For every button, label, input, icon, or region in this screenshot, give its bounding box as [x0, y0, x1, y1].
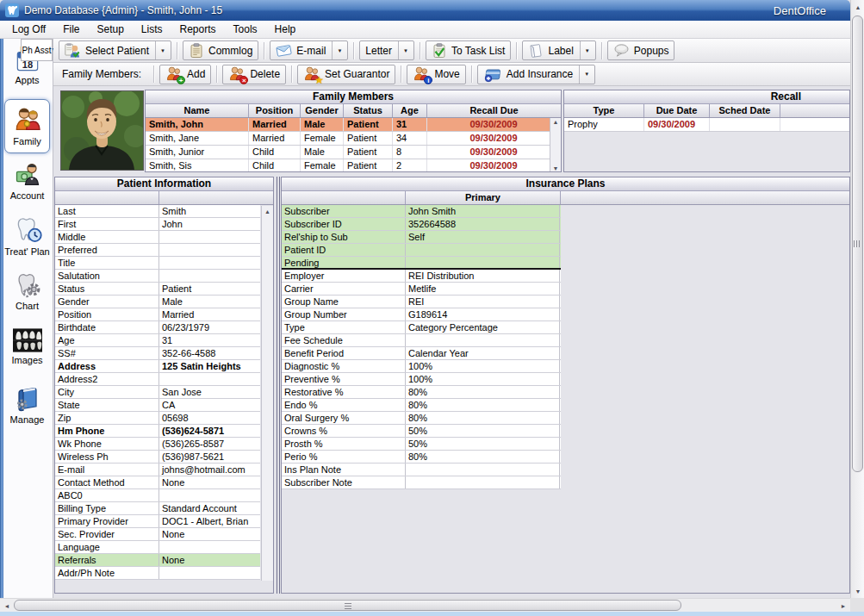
insurance-row[interactable]: Carrier Metlife	[282, 283, 561, 296]
patient-info-row[interactable]: Address 125 Satin Heights	[55, 360, 260, 373]
insurance-row[interactable]: Benefit Period Calendar Year	[282, 347, 561, 360]
family-member-row[interactable]: Smith, Sis Child Female Patient 2 09/30/…	[146, 159, 561, 172]
family-member-row[interactable]: Smith, Jane Married Female Patient 34 09…	[146, 132, 561, 146]
delete-family-member-button[interactable]: × Delete	[222, 65, 286, 84]
patient-info-row[interactable]: Hm Phone (536)624-5871	[55, 425, 260, 438]
family-member-row[interactable]: Smith, John Married Male Patient 31 09/3…	[146, 118, 561, 132]
insurance-row[interactable]: Prosth % 50%	[282, 438, 561, 451]
insurance-row[interactable]: Pending	[282, 257, 561, 270]
menu-item[interactable]: Reports	[171, 22, 225, 37]
operatory-button[interactable]: Ph Asst	[21, 39, 53, 61]
patient-info-row[interactable]: Middle	[55, 231, 260, 244]
insurance-row[interactable]: Patient ID	[282, 244, 561, 257]
scroll-up-icon[interactable]: ▲	[264, 208, 270, 216]
menu-item[interactable]: Setup	[88, 22, 132, 37]
insurance-row[interactable]: Diagnostic % 100%	[282, 360, 561, 373]
patient-info-row[interactable]: Age 31	[55, 334, 260, 347]
patient-info-row[interactable]: Status Patient	[55, 283, 260, 296]
patient-info-row[interactable]: City San Jose	[55, 386, 260, 399]
patient-info-row[interactable]: Salutation	[55, 270, 260, 283]
patient-info-row[interactable]: Referrals None	[55, 554, 260, 567]
patient-info-row[interactable]: Zip 05698	[55, 412, 260, 425]
set-guarantor-button[interactable]: ★ Set Guarantor	[297, 65, 395, 84]
commlog-button[interactable]: Commlog	[183, 40, 258, 60]
insurance-row[interactable]: Employer REI Distribution	[282, 270, 561, 283]
patient-info-row[interactable]: Birthdate 06/23/1979	[55, 321, 260, 334]
patient-info-row[interactable]: State CA	[55, 399, 260, 412]
label-dropdown[interactable]: ▼	[580, 41, 590, 59]
patient-info-row[interactable]: Billing Type Standard Account	[55, 502, 260, 515]
insurance-row[interactable]: Group Name REI	[282, 296, 561, 308]
move-family-member-button[interactable]: i Move	[407, 65, 465, 84]
letter-dropdown[interactable]: ▼	[398, 41, 408, 59]
insurance-row[interactable]: Group Number G189614	[282, 308, 561, 321]
insurance-row[interactable]: Subscriber John Smith	[282, 205, 561, 218]
patient-info-row[interactable]: Contact Method None	[55, 476, 260, 489]
select-patient-button[interactable]: Select Patient ▼	[59, 40, 171, 60]
patient-info-row[interactable]: Primary Provider DOC1 - Albert, Brian	[55, 515, 260, 528]
recall-row[interactable]: Prophy 09/30/2009	[564, 118, 849, 132]
email-dropdown[interactable]: ▼	[332, 41, 342, 59]
patient-info-row[interactable]: Wireless Ph (536)987-5621	[55, 451, 260, 464]
menu-item[interactable]: Tools	[225, 22, 266, 37]
scroll-down-button[interactable]: ▼	[851, 584, 864, 598]
insurance-row[interactable]: Subscriber Note	[282, 476, 561, 489]
menu-item[interactable]: File	[54, 22, 88, 37]
patient-info-row[interactable]: Title	[55, 257, 260, 270]
patient-info-row[interactable]: Last Smith	[55, 205, 260, 218]
patient-info-row[interactable]: Position Married	[55, 308, 260, 321]
add-family-member-button[interactable]: + Add	[159, 65, 211, 84]
horizontal-scrollbar[interactable]: ◄ ►	[0, 598, 850, 612]
scroll-up-button[interactable]: ▲	[851, 0, 864, 14]
patient-info-row[interactable]: Gender Male	[55, 296, 260, 308]
family-grid-scrollbar[interactable]: ▲ ▼	[550, 118, 561, 172]
insurance-row[interactable]: Crowns % 50%	[282, 425, 561, 438]
patient-info-row[interactable]: Preferred	[55, 244, 260, 257]
patient-info-row[interactable]: Address2	[55, 373, 260, 386]
vertical-scrollbar[interactable]: ▲ ▼	[850, 0, 864, 598]
insurance-row[interactable]: Preventive % 100%	[282, 373, 561, 386]
email-button[interactable]: E-mail ▼	[270, 40, 348, 60]
scroll-left-button[interactable]: ◄	[0, 599, 14, 613]
insurance-row[interactable]: Oral Surgery % 80%	[282, 412, 561, 425]
add-insurance-dropdown[interactable]: ▼	[579, 65, 589, 84]
sidebar-item-images[interactable]: Images	[4, 326, 50, 368]
sidebar-item-treat-plan[interactable]: Treat' Plan	[4, 214, 50, 259]
insurance-row[interactable]: Subscriber ID 352664588	[282, 218, 561, 231]
insurance-row[interactable]: Restorative % 80%	[282, 386, 561, 399]
panel-splitter[interactable]	[277, 177, 280, 594]
menu-item[interactable]: Lists	[133, 22, 171, 37]
insurance-row[interactable]: Endo % 80%	[282, 399, 561, 412]
patient-info-row[interactable]: First John	[55, 218, 260, 231]
select-patient-dropdown[interactable]: ▼	[155, 41, 165, 59]
insurance-row[interactable]: Type Category Percentage	[282, 321, 561, 334]
sidebar-item-manage[interactable]: Manage	[4, 383, 50, 427]
menu-item[interactable]: Help	[266, 22, 305, 37]
sidebar-item-chart[interactable]: Chart	[4, 270, 50, 314]
insurance-row[interactable]: Rel'ship to Sub Self	[282, 231, 561, 244]
patient-info-row[interactable]: SS# 352-66-4588	[55, 347, 260, 360]
horizontal-scroll-thumb[interactable]	[14, 600, 681, 611]
scroll-up-icon[interactable]: ▲	[553, 118, 559, 127]
patient-info-row[interactable]: Wk Phone (536)265-8587	[55, 438, 260, 451]
insurance-row[interactable]: Perio % 80%	[282, 451, 561, 464]
letter-button[interactable]: Letter ▼	[359, 40, 414, 60]
family-member-row[interactable]: Smith, Junior Child Male Patient 8 09/30…	[146, 146, 561, 159]
popups-button[interactable]: Popups	[607, 40, 675, 60]
patient-info-row[interactable]: Sec. Provider None	[55, 528, 260, 541]
patient-info-row[interactable]: E-mail johns@hotmail.com	[55, 464, 260, 476]
sidebar-item-account[interactable]: Account	[4, 159, 50, 203]
patient-info-row[interactable]: ABC0	[55, 489, 260, 502]
scroll-down-icon[interactable]: ▼	[553, 165, 559, 172]
add-insurance-button[interactable]: Add Insurance ▼	[477, 65, 595, 84]
vertical-scroll-thumb[interactable]	[852, 16, 863, 472]
patient-info-scrollbar[interactable]: ▲	[261, 206, 273, 581]
insurance-row[interactable]: Ins Plan Note	[282, 464, 561, 476]
patient-info-row[interactable]: Addr/Ph Note	[55, 567, 260, 580]
sidebar-item-family[interactable]: Family	[4, 99, 50, 153]
label-button[interactable]: Label ▼	[522, 40, 595, 60]
to-task-list-button[interactable]: To Task List	[426, 40, 511, 60]
insurance-row[interactable]: Fee Schedule	[282, 334, 561, 347]
menu-item[interactable]: Log Off	[3, 22, 54, 37]
patient-info-row[interactable]: Language	[55, 541, 260, 554]
